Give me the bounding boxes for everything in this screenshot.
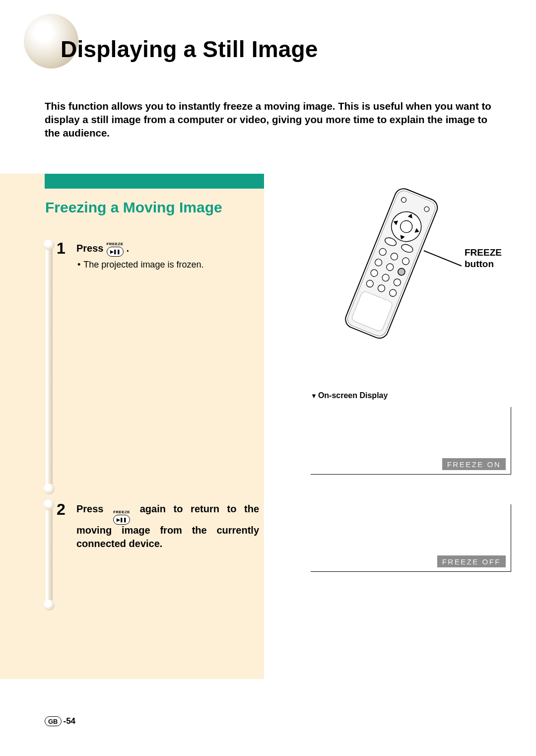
section-heading: Freezing a Moving Image — [45, 199, 259, 216]
step-track — [46, 502, 53, 607]
freeze-button-icon: FREEZE ▶❚❚ — [107, 242, 124, 257]
osd-display-on: FREEZE ON — [311, 407, 511, 475]
triangle-down-icon: ▼ — [311, 392, 317, 400]
freeze-button-tiny-label: FREEZE — [107, 242, 124, 246]
instruction-panel: Freezing a Moving Image 1 Press FREEZE ▶… — [0, 174, 264, 679]
section-accent-bar — [45, 174, 264, 189]
step-rest-text: again to return to the moving image from… — [76, 503, 259, 549]
step-instruction: Press FREEZE ▶❚❚ again to return to the … — [76, 502, 259, 550]
step-instruction: Press FREEZE ▶❚❚ . — [76, 241, 259, 256]
freeze-button-tiny-label: FREEZE — [113, 510, 130, 514]
osd-heading-text: On-screen Display — [318, 391, 388, 400]
illustration-area: FREEZE button ▼On-screen Display FREEZE … — [278, 174, 511, 367]
step-period: . — [127, 242, 130, 255]
step-2: 2 Press FREEZE ▶❚❚ again to return to th… — [57, 502, 259, 550]
step-press-word: Press — [76, 242, 104, 255]
freeze-button-oval: ▶❚❚ — [107, 247, 124, 257]
intro-paragraph: This function allows you to instantly fr… — [45, 99, 492, 139]
osd-heading: ▼On-screen Display — [311, 391, 388, 400]
remote-illustration: FREEZE button — [278, 174, 511, 367]
step-number: 2 — [57, 500, 66, 519]
region-badge: GB — [45, 716, 62, 726]
freeze-button-oval: ▶❚❚ — [113, 515, 130, 525]
step-track-cap — [44, 499, 55, 510]
step-track — [46, 242, 53, 490]
freeze-button-icon: FREEZE ▶❚❚ — [113, 510, 130, 525]
freeze-callout-line2: button — [465, 259, 494, 269]
osd-display-off: FREEZE OFF — [311, 504, 511, 572]
page-title: Displaying a Still Image — [61, 36, 318, 63]
step-1: 1 Press FREEZE ▶❚❚ . The projected image… — [57, 241, 259, 270]
step-bullet: The projected image is frozen. — [76, 260, 259, 270]
page-number: -54 — [64, 716, 76, 726]
step-track-cap — [44, 483, 55, 494]
step-press-word: Press — [76, 503, 104, 514]
osd-tag-off: FREEZE OFF — [437, 555, 506, 567]
step-number: 1 — [57, 239, 66, 258]
step-track-cap — [44, 600, 55, 611]
remote-control-icon — [333, 184, 447, 352]
freeze-button-callout: FREEZE button — [465, 247, 502, 270]
freeze-callout-line1: FREEZE — [465, 247, 502, 258]
step-track-cap — [44, 239, 55, 250]
page-footer: GB -54 — [45, 716, 75, 726]
osd-tag-on: FREEZE ON — [442, 458, 506, 470]
